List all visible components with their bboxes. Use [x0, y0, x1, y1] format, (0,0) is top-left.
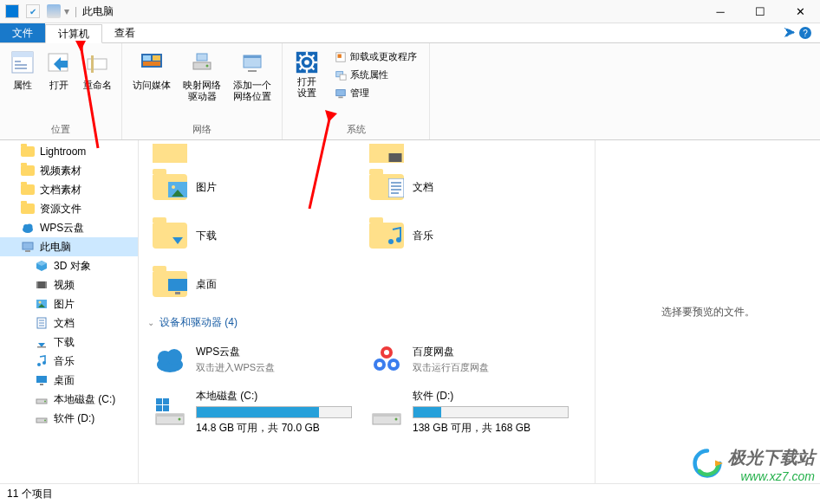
drive-item[interactable]: 软件 (D:)138 GB 可用，共 168 GB [364, 384, 581, 441]
properties-label: 属性 [13, 80, 32, 91]
sidebar-item-picture[interactable]: 图片 [0, 294, 138, 313]
sidebar-item-doc[interactable]: 文档 [0, 313, 138, 333]
add-location-label: 添加一个 网络位置 [233, 80, 271, 102]
category-devices-label: 设备和驱动器 (4) [159, 315, 238, 330]
tab-computer[interactable]: 计算机 [45, 24, 102, 43]
category-devices[interactable]: ⌄ 设备和驱动器 (4) [147, 315, 586, 330]
open-settings-button[interactable]: 打开 设置 [288, 47, 326, 100]
dropdown-indicator[interactable]: ▾ [64, 5, 69, 17]
svg-rect-15 [197, 54, 207, 61]
folder-item[interactable]: 下载 [147, 211, 364, 260]
list-item[interactable] [147, 144, 364, 163]
navigation-pane[interactable]: Lightroom视频素材文档素材资源文件WPS云盘此电脑3D 对象视频图片文档… [0, 140, 139, 483]
svg-point-52 [39, 301, 42, 304]
sidebar-item-desktop[interactable]: 桌面 [0, 371, 138, 390]
svg-rect-17 [244, 55, 261, 58]
sidebar-item-3d[interactable]: 3D 对象 [0, 256, 138, 275]
maximize-button[interactable]: ☐ [740, 0, 780, 23]
sidebar-item-drive[interactable]: 本地磁盘 (C:) [0, 390, 138, 409]
system-properties-button[interactable]: 系统属性 [331, 67, 420, 83]
quick-access-check[interactable]: ✔ [26, 4, 40, 18]
svg-point-84 [166, 349, 182, 365]
title-separator: | [75, 5, 77, 17]
sidebar-item-cloud[interactable]: WPS云盘 [0, 218, 138, 237]
watermark: 极光下载站 www.xz7.com [728, 446, 815, 483]
svg-point-14 [206, 65, 209, 68]
svg-point-90 [391, 362, 396, 367]
group-system-label: 系统 [347, 121, 366, 138]
open-label: 打开 [49, 80, 68, 91]
folder-item[interactable]: 桌面 [147, 260, 364, 308]
svg-rect-62 [36, 376, 47, 383]
open-settings-label: 打开 设置 [297, 76, 316, 99]
svg-point-89 [377, 362, 382, 367]
cloud-sub: 双击运行百度网盘 [413, 361, 489, 374]
folder-icon [151, 216, 189, 255]
svg-point-88 [384, 350, 389, 355]
sidebar-item-folder[interactable]: 资源文件 [0, 199, 138, 218]
svg-rect-68 [389, 153, 402, 162]
svg-point-93 [179, 418, 181, 421]
media-button[interactable]: 访问媒体 [127, 47, 176, 93]
map-drive-button[interactable]: 映射网络 驱动器 [178, 47, 226, 104]
svg-rect-45 [25, 250, 30, 252]
help-icon: ? [799, 27, 811, 39]
drive-free-text: 138 GB 可用，共 168 GB [413, 422, 530, 434]
folder-item[interactable]: 文档 [364, 163, 581, 211]
sidebar-item-label: 下载 [54, 335, 75, 350]
sidebar-item-folder[interactable]: Lightroom [0, 142, 138, 161]
sidebar-item-download[interactable]: 下载 [0, 333, 138, 352]
uninstall-button[interactable]: 卸载或更改程序 [331, 48, 420, 65]
tab-view[interactable]: 查看 [102, 23, 147, 42]
sidebar-item-label: 图片 [54, 297, 75, 312]
ribbon-help[interactable]: ⮞ ? [784, 23, 820, 42]
svg-point-70 [172, 185, 175, 189]
manage-label: 管理 [350, 87, 369, 100]
folder-name: 图片 [196, 180, 217, 195]
sidebar-item-pc[interactable]: 此电脑 [0, 237, 138, 256]
sidebar-item-folder[interactable]: 文档素材 [0, 180, 138, 199]
add-location-button[interactable]: 添加一个 网络位置 [228, 47, 277, 104]
properties-icon [9, 48, 36, 76]
rename-button[interactable]: 重命名 [78, 47, 116, 93]
sidebar-item-label: 此电脑 [40, 240, 71, 255]
cloud-drive-item[interactable]: 百度网盘双击运行百度网盘 [364, 335, 581, 384]
folder-item[interactable]: 图片 [147, 163, 364, 211]
sidebar-item-label: 文档 [54, 316, 75, 331]
cloud-drive-item[interactable]: WPS云盘双击进入WPS云盘 [147, 335, 364, 384]
sidebar-item-music[interactable]: 音乐 [0, 352, 138, 371]
minimize-button[interactable]: ─ [700, 0, 740, 23]
folder-item[interactable]: 音乐 [364, 211, 581, 260]
folder-name: 桌面 [196, 277, 217, 292]
properties-button[interactable]: 属性 [5, 47, 40, 93]
close-button[interactable]: ✕ [780, 0, 820, 23]
tab-file[interactable]: 文件 [0, 23, 45, 42]
manage-button[interactable]: 管理 [331, 85, 420, 101]
sidebar-item-label: 视频素材 [40, 164, 81, 178]
map-drive-icon [188, 48, 216, 76]
sidebar-item-folder[interactable]: 视频素材 [0, 161, 138, 180]
window-controls: ─ ☐ ✕ [700, 0, 820, 23]
ribbon-group-system: 打开 设置 卸载或更改程序 系统属性 管理 系统 [283, 43, 430, 139]
ribbon-tabs: 文件 计算机 查看 ⮞ ? [0, 23, 820, 43]
svg-rect-81 [175, 292, 180, 294]
watermark-name: 极光下载站 [728, 446, 815, 469]
media-icon [138, 48, 166, 76]
open-button[interactable]: 打开 [42, 47, 76, 93]
drive-item[interactable]: 本地磁盘 (C:)14.8 GB 可用，共 70.0 GB [147, 384, 364, 441]
add-location-icon [238, 48, 266, 76]
svg-rect-11 [153, 55, 160, 61]
svg-rect-59 [37, 346, 46, 348]
svg-rect-97 [163, 405, 169, 411]
ribbon-group-location: 属性 打开 重命名 位置 [0, 43, 122, 139]
svg-rect-99 [373, 414, 400, 417]
cloud-sub: 双击进入WPS云盘 [196, 361, 275, 374]
system-properties-icon [335, 69, 347, 81]
folder-icon [368, 216, 406, 255]
sidebar-item-drive[interactable]: 软件 (D:) [0, 409, 138, 428]
content-pane[interactable]: 图片文档下载音乐桌面 ⌄ 设备和驱动器 (4) WPS云盘双击进入WPS云盘百度… [139, 140, 595, 483]
svg-rect-50 [45, 281, 47, 288]
expand-ribbon-icon: ⮞ [784, 26, 796, 40]
sidebar-item-video[interactable]: 视频 [0, 275, 138, 294]
list-item[interactable] [364, 144, 581, 163]
